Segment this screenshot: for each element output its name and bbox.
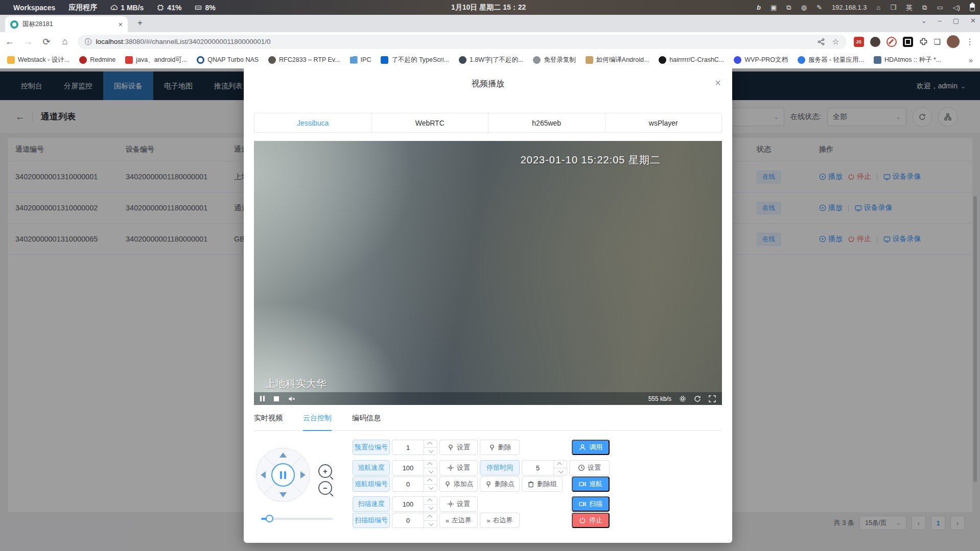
profile-avatar[interactable]: [947, 35, 960, 48]
bookmark-item[interactable]: 服务器 - 轻量应用...: [798, 56, 864, 64]
stepper-down-icon[interactable]: [554, 468, 567, 475]
preset-delete-button[interactable]: 删除: [480, 440, 520, 455]
stepper-up-icon[interactable]: [424, 461, 437, 468]
bookmarks-overflow-icon[interactable]: »: [969, 56, 973, 64]
delete-point-button[interactable]: 删除点: [480, 476, 520, 492]
zoom-out-button[interactable]: −: [318, 481, 332, 495]
network-speed-indicator[interactable]: 1 MB/s: [110, 4, 144, 12]
js-extension-icon[interactable]: JS: [854, 37, 864, 47]
cpu-indicator[interactable]: 41%: [157, 4, 181, 12]
ptz-pause-button[interactable]: [271, 463, 295, 487]
scan-speed-value[interactable]: 100: [392, 497, 424, 511]
bookmark-item[interactable]: java、android可...: [125, 56, 187, 64]
window-minimize-icon[interactable]: –: [938, 17, 942, 25]
stepper-down-icon[interactable]: [424, 521, 437, 528]
bookmark-item[interactable]: HDAtmos :: 种子 *...: [874, 56, 941, 64]
pause-icon[interactable]: [260, 396, 265, 401]
stepper-up-icon[interactable]: [424, 440, 437, 448]
pen-tray-icon[interactable]: ✎: [816, 4, 822, 11]
volume-tray-icon[interactable]: ◁): [953, 4, 960, 11]
right-boundary-button[interactable]: »右边界: [480, 513, 520, 528]
app-indicator-icon[interactable]: ▣: [771, 4, 777, 11]
bookmark-item[interactable]: 如何编译Android...: [586, 56, 649, 64]
url-bar[interactable]: ⓘ localhost:38080/#/channelList/34020000…: [78, 35, 847, 49]
ptz-speed-slider[interactable]: [261, 518, 333, 520]
cruise-start-button[interactable]: 巡航: [572, 476, 610, 492]
dark-extension-icon[interactable]: [870, 37, 880, 47]
screenshot-extension-icon[interactable]: [903, 37, 913, 47]
stepper-down-icon[interactable]: [424, 468, 437, 475]
stepper-down-icon[interactable]: [424, 485, 437, 492]
scan-speed-set-button[interactable]: 设置: [439, 496, 478, 512]
stop-icon[interactable]: [274, 396, 279, 401]
stay-time-input[interactable]: 5: [522, 460, 567, 475]
tab-search-icon[interactable]: ⌄: [921, 17, 927, 25]
scan-group-input[interactable]: 0: [392, 513, 437, 528]
number-stepper[interactable]: [424, 461, 437, 475]
bookmark-item[interactable]: 1.8W字|了不起的...: [459, 56, 523, 64]
home-tray-icon[interactable]: ⌂: [877, 4, 881, 11]
forward-icon[interactable]: →: [22, 36, 34, 47]
browser-tab[interactable]: 国标28181 ×: [5, 16, 128, 32]
number-stepper[interactable]: [424, 440, 437, 454]
bookmark-item[interactable]: hairrrrr/C-CrashC...: [659, 56, 724, 64]
cruise-speed-set-button[interactable]: 设置: [439, 460, 478, 475]
stepper-up-icon[interactable]: [424, 513, 437, 521]
ptz-up-icon[interactable]: [279, 452, 287, 458]
side-panel-icon[interactable]: ❏: [934, 37, 941, 46]
share-icon[interactable]: [818, 38, 825, 45]
new-tab-button[interactable]: +: [134, 17, 146, 30]
preset-number-input[interactable]: 1: [392, 440, 437, 455]
window-close-icon[interactable]: ✕: [970, 17, 976, 25]
applications-menu[interactable]: 应用程序: [68, 3, 97, 12]
ptz-left-icon[interactable]: [261, 471, 266, 478]
slider-handle[interactable]: [266, 515, 273, 522]
tab-close-icon[interactable]: ×: [119, 20, 123, 29]
battery-icon[interactable]: [970, 4, 975, 11]
windows-tray-icon[interactable]: ❒: [890, 4, 896, 11]
window-maximize-icon[interactable]: ▢: [953, 17, 959, 25]
zoom-in-button[interactable]: +: [318, 464, 332, 478]
screen-share-icon[interactable]: ⧉: [922, 4, 927, 12]
workspaces-button[interactable]: Workspaces: [13, 4, 55, 12]
stepper-down-icon[interactable]: [424, 505, 437, 512]
number-stepper[interactable]: [424, 497, 437, 511]
tab-ptz-control[interactable]: 云台控制: [303, 414, 332, 431]
number-stepper[interactable]: [554, 461, 567, 475]
refresh-icon[interactable]: [694, 395, 701, 402]
gear-icon[interactable]: [679, 395, 686, 402]
stepper-up-icon[interactable]: [554, 461, 567, 468]
preset-set-button[interactable]: 设置: [439, 440, 478, 455]
scan-group-value[interactable]: 0: [392, 513, 424, 528]
cruise-group-value[interactable]: 0: [392, 477, 424, 491]
stay-time-set-button[interactable]: 设置: [569, 460, 610, 475]
browser-menu-icon[interactable]: ⋮: [966, 37, 974, 46]
display-tray-icon[interactable]: ▭: [937, 4, 943, 11]
bookmark-item[interactable]: WVP-PRO文档: [734, 56, 788, 64]
tab-h265web[interactable]: h265web: [488, 113, 605, 132]
bookmark-item[interactable]: 了不起的 TypeScri...: [381, 56, 449, 64]
clock[interactable]: 1月10日 星期二 15：22: [451, 0, 526, 15]
site-info-icon[interactable]: ⓘ: [85, 37, 92, 46]
home-icon[interactable]: ⌂: [59, 36, 71, 47]
ime-indicator[interactable]: 英: [906, 3, 913, 12]
bookmark-item[interactable]: Webstack - 设计...: [7, 56, 69, 64]
bookmark-star-icon[interactable]: ☆: [832, 37, 839, 46]
docker-tray-icon[interactable]: ◍: [801, 4, 807, 11]
stepper-down-icon[interactable]: [424, 448, 437, 455]
scan-speed-input[interactable]: 100: [392, 496, 437, 512]
stepper-up-icon[interactable]: [424, 477, 437, 485]
cruise-speed-input[interactable]: 100: [392, 460, 437, 475]
adblock-extension-icon[interactable]: [886, 37, 897, 47]
fullscreen-icon[interactable]: [709, 395, 716, 402]
ptz-right-icon[interactable]: [300, 471, 306, 478]
bookmark-item[interactable]: 免登录复制: [533, 56, 576, 64]
cruise-speed-value[interactable]: 100: [392, 461, 424, 475]
preset-call-button[interactable]: 调用: [572, 440, 610, 455]
ptz-direction-pad[interactable]: [256, 448, 310, 502]
number-stepper[interactable]: [424, 477, 437, 491]
memory-indicator[interactable]: 8%: [195, 4, 215, 12]
delete-group-button[interactable]: 删除组: [522, 476, 563, 492]
ip-address[interactable]: 192.168.1.3: [832, 4, 867, 11]
cruise-group-input[interactable]: 0: [392, 476, 437, 492]
